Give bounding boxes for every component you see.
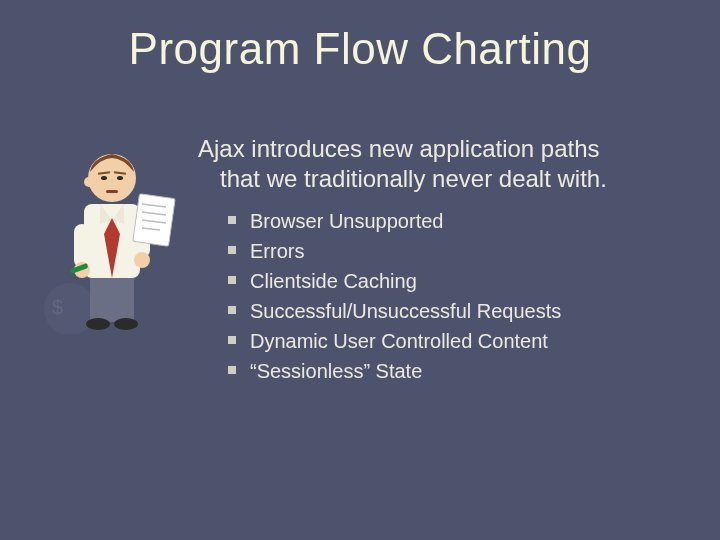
slide: Program Flow Charting $ xyxy=(0,0,720,540)
list-item: “Sessionless” State xyxy=(228,356,680,386)
cartoon-illustration: $ xyxy=(40,134,180,334)
bullet-list: Browser Unsupported Errors Clientside Ca… xyxy=(198,206,680,386)
svg-rect-14 xyxy=(74,224,90,268)
square-bullet-icon xyxy=(228,336,236,344)
list-item: Errors xyxy=(228,236,680,266)
square-bullet-icon xyxy=(228,216,236,224)
svg-point-7 xyxy=(88,154,136,202)
list-item: Clientside Caching xyxy=(228,266,680,296)
svg-point-18 xyxy=(134,252,150,268)
intro-line-1: Ajax introduces new application paths xyxy=(198,135,600,162)
svg-point-24 xyxy=(86,318,110,330)
bullet-text: Clientside Caching xyxy=(250,270,417,292)
svg-point-9 xyxy=(101,176,107,180)
slide-body: $ xyxy=(40,134,680,386)
slide-title: Program Flow Charting xyxy=(40,24,680,74)
svg-text:$: $ xyxy=(52,296,63,318)
bullet-text: Successful/Unsuccessful Requests xyxy=(250,300,561,322)
bullet-text: Browser Unsupported xyxy=(250,210,443,232)
intro-line-2: that we traditionally never dealt with. xyxy=(198,164,680,194)
svg-point-8 xyxy=(84,177,94,187)
svg-rect-19 xyxy=(133,194,175,247)
bullet-text: “Sessionless” State xyxy=(250,360,422,382)
bullet-text: Errors xyxy=(250,240,304,262)
svg-point-25 xyxy=(114,318,138,330)
list-item: Browser Unsupported xyxy=(228,206,680,236)
svg-point-10 xyxy=(117,176,123,180)
square-bullet-icon xyxy=(228,276,236,284)
bullet-text: Dynamic User Controlled Content xyxy=(250,330,548,352)
list-item: Successful/Unsuccessful Requests xyxy=(228,296,680,326)
intro-text: Ajax introduces new application paths th… xyxy=(198,134,680,194)
cartoon-man-icon: $ xyxy=(40,134,180,334)
svg-rect-13 xyxy=(106,190,118,193)
svg-rect-2 xyxy=(90,274,134,322)
list-item: Dynamic User Controlled Content xyxy=(228,326,680,356)
square-bullet-icon xyxy=(228,366,236,374)
slide-content: Ajax introduces new application paths th… xyxy=(198,134,680,386)
square-bullet-icon xyxy=(228,306,236,314)
square-bullet-icon xyxy=(228,246,236,254)
